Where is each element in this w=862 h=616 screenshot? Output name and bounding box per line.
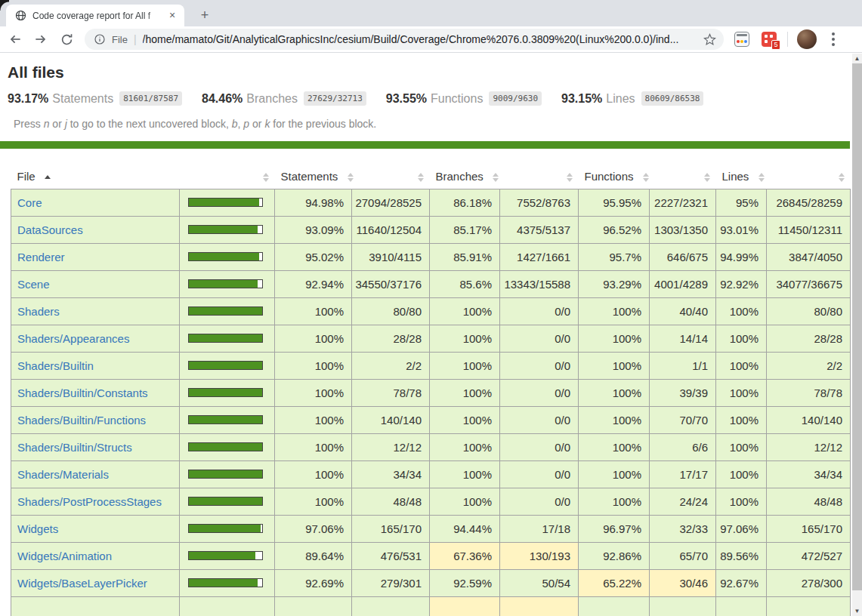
file-link[interactable]: Shaders/Builtin/Structs [17, 441, 132, 454]
lines-pct-cell [716, 596, 767, 616]
coverage-status-line [0, 141, 850, 149]
coverage-bar-cell [180, 243, 275, 270]
profile-avatar[interactable] [797, 29, 817, 49]
coverage-bar-cell [180, 515, 275, 542]
summary-label: Branches [246, 92, 298, 106]
file-link[interactable]: Shaders/Builtin/Functions [17, 414, 146, 427]
coverage-bar-cell [180, 325, 275, 352]
statements-fraction-cell: 279/301 [352, 569, 430, 596]
coverage-bar [188, 578, 263, 587]
column-header-spacer[interactable] [180, 165, 275, 189]
statements-pct-cell: 100% [275, 379, 352, 406]
column-header-spacer[interactable] [767, 165, 851, 189]
sort-arrows-icon[interactable] [45, 172, 51, 182]
scroll-up-icon[interactable]: ▲ [852, 54, 862, 63]
branches-pct-cell: 85.17% [430, 216, 500, 243]
sort-arrows-icon[interactable] [839, 172, 845, 182]
table-row: Shaders/PostProcessStages 100% 48/48 100… [11, 488, 851, 515]
bookmark-star-icon[interactable] [703, 33, 716, 46]
branches-fraction-cell: 130/193 [500, 542, 579, 569]
summary-label: Statements [52, 92, 113, 106]
functions-fraction-cell: 24/24 [650, 488, 716, 515]
functions-pct-cell: 100% [579, 297, 650, 325]
browser-toolbar: File | /home/mamato/Git/AnalyticalGraphi… [0, 26, 862, 53]
back-button[interactable] [5, 29, 26, 50]
sort-arrows-icon[interactable] [263, 172, 270, 182]
file-link[interactable]: Shaders/PostProcessStages [17, 495, 162, 508]
coverage-bar-cell [180, 406, 275, 433]
branches-pct-cell: 85.6% [430, 270, 500, 297]
file-link[interactable]: Core [17, 196, 42, 209]
column-header-spacer[interactable] [352, 165, 430, 189]
statements-fraction-cell [352, 596, 430, 616]
column-header-functions[interactable]: Functions [579, 165, 650, 189]
table-row: Widgets/BaseLayerPicker 92.69% 279/301 9… [11, 569, 851, 596]
table-row: Shaders/Materials 100% 34/34 100% 0/0 10… [11, 460, 851, 488]
file-link[interactable]: Widgets/BaseLayerPicker [17, 577, 147, 590]
browser-tab[interactable]: Code coverage report for All f × [6, 5, 184, 26]
file-link[interactable]: Shaders/Appearances [17, 332, 129, 345]
file-link[interactable]: Widgets/Animation [17, 550, 112, 562]
file-link[interactable]: Shaders/Materials [17, 468, 109, 481]
branches-fraction-cell: 0/0 [500, 379, 579, 406]
info-icon[interactable] [94, 33, 106, 45]
sort-arrows-icon[interactable] [348, 172, 354, 182]
column-header-statements[interactable]: Statements [275, 165, 352, 189]
file-link[interactable]: DataSources [17, 223, 83, 236]
column-header-lines[interactable]: Lines [716, 165, 767, 189]
coverage-bar-cell [180, 569, 275, 596]
scrollbar-thumb[interactable] [852, 63, 862, 590]
screenshot-extension-icon[interactable] [734, 32, 749, 47]
address-bar[interactable]: File | /home/mamato/Git/AnalyticalGraphi… [85, 29, 724, 50]
lines-pct-cell: 100% [716, 297, 767, 325]
functions-fraction-cell: 1303/1350 [650, 216, 716, 243]
functions-pct-cell: 100% [579, 379, 650, 406]
coverage-bar [188, 306, 263, 316]
coverage-bar-cell [180, 352, 275, 379]
lines-fraction-cell: 78/78 [767, 379, 851, 406]
column-header-branches[interactable]: Branches [430, 165, 500, 189]
sort-arrows-icon[interactable] [493, 172, 499, 182]
file-link[interactable]: Shaders [17, 305, 60, 318]
file-link[interactable]: Shaders/Builtin [17, 359, 94, 372]
vertical-scrollbar[interactable]: ▲ ▼ [852, 54, 862, 616]
sort-arrows-icon[interactable] [567, 172, 573, 182]
file-link[interactable]: Widgets [17, 522, 58, 535]
column-header-file[interactable]: File [11, 165, 180, 189]
statements-fraction-cell: 2/2 [352, 352, 430, 379]
tab-close-icon[interactable]: × [166, 10, 178, 22]
browser-menu-icon[interactable] [824, 30, 842, 48]
branches-fraction-cell: 13343/15588 [500, 270, 579, 297]
new-tab-button[interactable]: + [195, 6, 215, 26]
sort-arrows-icon[interactable] [704, 172, 711, 182]
statements-fraction-cell: 3910/4115 [352, 243, 430, 270]
coverage-bar-cell [180, 596, 275, 616]
coverage-bar [188, 279, 263, 288]
functions-fraction-cell: 30/46 [650, 569, 716, 596]
lines-fraction-cell: 26845/28259 [767, 189, 851, 216]
file-link[interactable]: Scene [17, 278, 50, 291]
omnibox-separator: | [134, 33, 137, 45]
sort-arrows-icon[interactable] [758, 172, 765, 182]
branches-pct-cell: 100% [430, 297, 500, 325]
forward-button[interactable] [30, 29, 51, 50]
coverage-bar-cell [180, 379, 275, 406]
reload-button[interactable] [56, 29, 77, 50]
adblock-extension-icon[interactable]: 5 [762, 32, 777, 47]
column-header-spacer[interactable] [500, 165, 579, 189]
file-link[interactable]: Renderer [17, 251, 65, 263]
keyboard-help-text: Press n or j to go to the next uncovered… [8, 118, 845, 130]
lines-fraction-cell: 80/80 [767, 297, 851, 325]
column-header-spacer[interactable] [650, 165, 716, 189]
summary-item: 93.15% Lines 80609/86538 [561, 91, 703, 106]
statements-pct-cell: 95.02% [275, 243, 352, 270]
sort-arrows-icon[interactable] [643, 172, 650, 182]
scroll-down-icon[interactable]: ▼ [852, 606, 862, 616]
lines-pct-cell: 100% [716, 406, 767, 433]
branches-pct-cell: 100% [430, 488, 500, 515]
table-row: Renderer 95.02% 3910/4115 85.91% 1427/16… [11, 243, 851, 270]
sort-arrows-icon[interactable] [418, 172, 425, 182]
url-text[interactable]: /home/mamato/Git/AnalyticalGraphicsInc/c… [143, 33, 700, 45]
lines-fraction-cell: 3847/4050 [767, 243, 851, 270]
file-link[interactable]: Shaders/Builtin/Constants [17, 387, 148, 399]
